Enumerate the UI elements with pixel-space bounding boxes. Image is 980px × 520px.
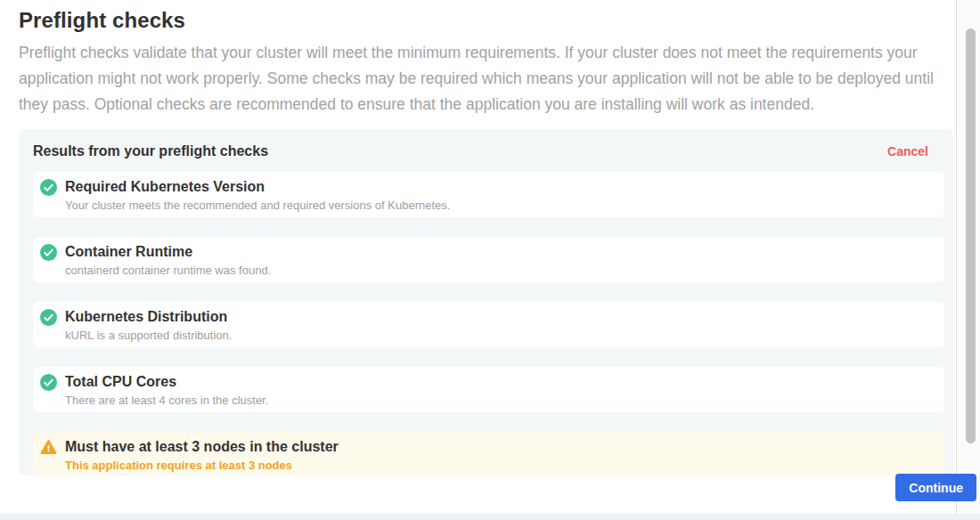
check-message: There are at least 4 cores in the cluste… [65,394,268,408]
page-title: Preflight checks [19,7,938,34]
check-circle-icon [40,244,57,261]
bottom-divider-strip [0,514,980,520]
check-card-minimum-nodes: Must have at least 3 nodes in the cluste… [33,432,944,475]
check-text: Container Runtime containerd container r… [65,243,271,278]
check-title: Must have at least 3 nodes in the cluste… [65,438,339,456]
check-message: Your cluster meets the recommended and r… [65,199,450,213]
check-title: Container Runtime [65,243,271,261]
warning-triangle-icon [40,439,57,456]
check-card-required-kubernetes-version: Required Kubernetes Version Your cluster… [33,172,944,217]
cancel-link[interactable]: Cancel [887,144,928,158]
check-message: This application requires at least 3 nod… [65,459,339,473]
check-card-kubernetes-distribution: Kubernetes Distribution kURL is a suppor… [33,302,944,347]
vertical-scrollbar-track[interactable] [958,0,980,514]
preflight-results-panel: Results from your preflight checks Cance… [19,129,953,475]
page-description: Preflight checks validate that your clus… [19,40,942,118]
continue-button[interactable]: Continue [895,474,976,501]
check-title: Kubernetes Distribution [65,308,232,326]
check-list: Required Kubernetes Version Your cluster… [19,159,953,475]
vertical-scrollbar-thumb[interactable] [966,28,976,443]
check-circle-icon [40,374,57,391]
check-card-container-runtime: Container Runtime containerd container r… [33,237,944,282]
panel-title: Results from your preflight checks [33,143,268,159]
scrollable-content: Preflight checks Preflight checks valida… [0,0,957,514]
check-message: kURL is a supported distribution. [65,329,232,343]
check-message: containerd container runtime was found. [65,264,271,278]
check-circle-icon [40,179,57,196]
check-card-total-cpu-cores: Total CPU Cores There are at least 4 cor… [33,367,944,412]
check-circle-icon [40,309,57,326]
check-text: Must have at least 3 nodes in the cluste… [65,438,339,473]
panel-header: Results from your preflight checks Cance… [19,129,953,159]
check-title: Required Kubernetes Version [65,178,450,196]
check-title: Total CPU Cores [65,373,268,391]
check-text: Kubernetes Distribution kURL is a suppor… [65,308,232,343]
check-text: Total CPU Cores There are at least 4 cor… [65,373,268,408]
preflight-checks-screen: Preflight checks Preflight checks valida… [0,0,980,520]
check-text: Required Kubernetes Version Your cluster… [65,178,450,213]
page-body: Preflight checks Preflight checks valida… [0,0,956,475]
